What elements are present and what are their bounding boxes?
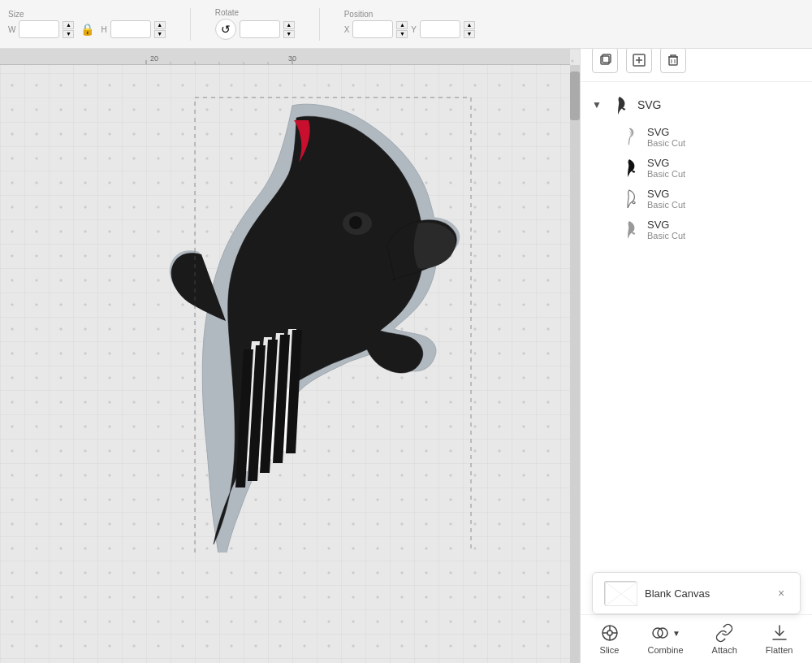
layer-item-3[interactable]: SVG Basic Cut xyxy=(581,183,812,214)
x-input[interactable] xyxy=(352,20,393,38)
layer-1-icon xyxy=(620,127,639,146)
height-up[interactable]: ▲ xyxy=(154,21,166,29)
layer-1-name: SVG xyxy=(647,126,685,138)
width-down[interactable]: ▼ xyxy=(63,30,74,38)
layer-4-type: Basic Cut xyxy=(647,231,685,240)
falcon-logo-svg xyxy=(81,81,503,552)
scrollbar-vertical[interactable] xyxy=(570,65,580,663)
layer-2-icon xyxy=(620,158,639,177)
layer-item-1[interactable]: SVG Basic Cut xyxy=(581,121,812,152)
attach-label: Attach xyxy=(712,645,737,655)
layer-item-4[interactable]: SVG Basic Cut xyxy=(581,214,812,245)
toast-close-button[interactable]: × xyxy=(774,586,788,600)
layer-2-name: SVG xyxy=(647,157,685,169)
layer-3-name: SVG xyxy=(647,188,685,200)
combine-label: Combine xyxy=(648,645,684,655)
x-up[interactable]: ▲ xyxy=(396,21,408,29)
combine-icon xyxy=(650,623,670,643)
width-up[interactable]: ▲ xyxy=(63,21,74,29)
layer-3-type: Basic Cut xyxy=(647,200,685,210)
y-up[interactable]: ▲ xyxy=(464,21,475,29)
layer-2-info: SVG Basic Cut xyxy=(647,157,685,179)
layer-3-icon xyxy=(620,188,639,208)
lock-icon[interactable]: 🔒 xyxy=(80,23,94,36)
delete-layer-icon xyxy=(666,53,680,67)
duplicate-icon xyxy=(598,53,612,67)
attach-icon xyxy=(715,623,734,643)
layer-3-info: SVG Basic Cut xyxy=(647,188,685,210)
layer-4-info: SVG Basic Cut xyxy=(647,219,685,240)
layer-item-2[interactable]: SVG Basic Cut xyxy=(581,152,812,183)
slice-icon xyxy=(600,623,620,643)
svg-point-12 xyxy=(349,216,362,229)
rotate-down[interactable]: ▼ xyxy=(283,30,295,38)
height-input[interactable] xyxy=(110,20,151,38)
rotate-input[interactable] xyxy=(240,20,280,38)
flatten-action[interactable]: Flatten xyxy=(759,620,800,658)
size-label: Size xyxy=(8,10,24,19)
layer-2-thumbnail xyxy=(618,156,641,179)
combine-dropdown-arrow[interactable]: ▼ xyxy=(672,629,680,638)
add-layer-icon xyxy=(632,53,646,67)
group-layer-name: SVG xyxy=(637,98,662,111)
width-spinner[interactable]: ▲ ▼ xyxy=(63,21,74,38)
x-label: X xyxy=(344,25,350,34)
chevron-down-icon: ▼ xyxy=(592,99,602,110)
rotate-label: Rotate xyxy=(215,8,239,17)
layer-4-name: SVG xyxy=(647,219,685,231)
x-down[interactable]: ▼ xyxy=(396,30,408,38)
bottom-action-bar: Slice ▼ Combine Attach xyxy=(581,614,812,663)
layer-3-thumbnail xyxy=(618,187,641,210)
group-thumbnail xyxy=(608,93,631,116)
delete-layer-button[interactable] xyxy=(660,47,686,73)
layer-4-thumbnail xyxy=(618,218,641,240)
toast-label: Blank Canvas xyxy=(645,587,766,600)
scrollbar-thumb[interactable] xyxy=(570,72,580,120)
layer-1-thumbnail xyxy=(618,125,641,148)
position-label: Position xyxy=(344,10,374,19)
height-down[interactable]: ▼ xyxy=(154,30,166,38)
size-group: Size W ▲ ▼ 🔒 H ▲ ▼ xyxy=(8,10,166,38)
separator-2 xyxy=(319,8,320,41)
y-spinner[interactable]: ▲ ▼ xyxy=(464,21,475,38)
canvas-preview-thumb xyxy=(604,581,637,605)
toolbar: Size W ▲ ▼ 🔒 H ▲ ▼ Rotate ↺ ▲ ▼ xyxy=(0,0,812,49)
layer-list[interactable]: ▼ SVG SVG Basic Cut xyxy=(581,82,812,614)
layer-group-header[interactable]: ▼ SVG xyxy=(581,89,812,121)
layer-1-type: Basic Cut xyxy=(647,138,685,148)
right-panel: Layers Color Sync xyxy=(580,0,812,663)
position-group: Position X ▲ ▼ Y ▲ ▼ xyxy=(344,10,475,38)
slice-action[interactable]: Slice xyxy=(594,620,626,658)
combine-action[interactable]: ▼ Combine xyxy=(641,620,690,658)
rotate-group: Rotate ↺ ▲ ▼ xyxy=(215,8,295,40)
h-label: H xyxy=(101,25,106,34)
canvas-area[interactable]: 20 30 xyxy=(0,49,580,663)
rotate-ccw-button[interactable]: ↺ xyxy=(215,19,236,40)
y-input[interactable] xyxy=(420,20,460,38)
duplicate-layer-button[interactable] xyxy=(592,47,618,73)
attach-action[interactable]: Attach xyxy=(706,620,744,658)
x-spinner[interactable]: ▲ ▼ xyxy=(396,21,408,38)
flatten-icon xyxy=(770,623,789,643)
ruler-horizontal: 20 30 xyxy=(0,49,570,65)
rotate-spinner[interactable]: ▲ ▼ xyxy=(283,21,295,38)
group-falcon-icon xyxy=(610,95,629,115)
layer-4-icon xyxy=(620,219,639,239)
add-layer-button[interactable] xyxy=(626,47,652,73)
layer-1-info: SVG Basic Cut xyxy=(647,126,685,148)
svg-rect-18 xyxy=(669,57,677,65)
y-down[interactable]: ▼ xyxy=(464,30,475,38)
rotate-up[interactable]: ▲ xyxy=(283,21,295,29)
slice-label: Slice xyxy=(600,645,620,655)
separator-1 xyxy=(190,8,191,41)
y-label: Y xyxy=(411,25,417,34)
blank-canvas-toast: Blank Canvas × xyxy=(592,572,801,614)
height-spinner[interactable]: ▲ ▼ xyxy=(154,21,166,38)
ruler-ticks xyxy=(0,49,570,64)
width-input[interactable] xyxy=(19,20,59,38)
flatten-label: Flatten xyxy=(766,645,793,655)
svg-point-25 xyxy=(607,630,612,635)
canvas-preview-svg xyxy=(605,582,637,606)
layer-2-type: Basic Cut xyxy=(647,169,685,179)
falcon-logo-container[interactable] xyxy=(81,81,503,552)
